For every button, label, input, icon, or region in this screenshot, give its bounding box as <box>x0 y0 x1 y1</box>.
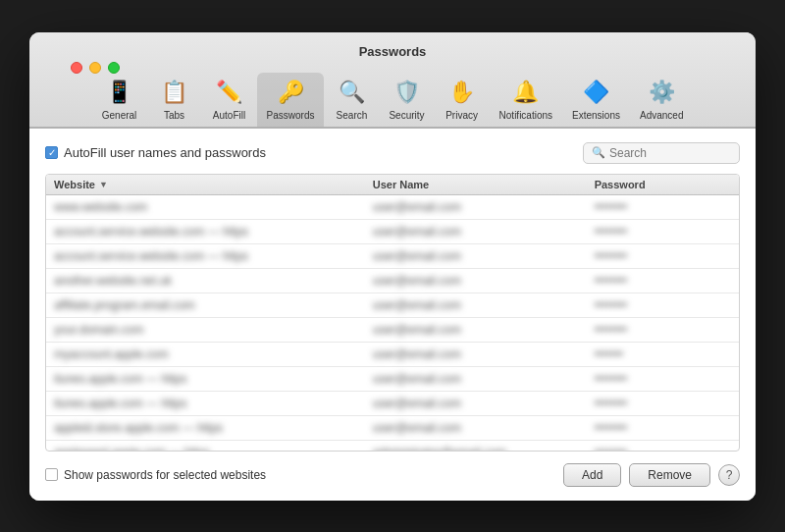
cell-username: user@email.com <box>365 273 587 289</box>
show-passwords-checkbox[interactable] <box>45 468 58 481</box>
tabs-icon: 📋 <box>159 77 190 108</box>
general-label: General <box>102 110 137 121</box>
add-button[interactable]: Add <box>563 463 621 487</box>
col-header-website[interactable]: Website ▼ <box>46 179 365 190</box>
cell-username: administrator@email.com <box>365 445 587 451</box>
table-row[interactable]: itunes.apple.com — https user@email.com … <box>46 367 739 392</box>
notifications-icon: 🔔 <box>510 77 542 108</box>
advanced-label: Advanced <box>640 110 683 121</box>
cell-username: user@email.com <box>365 224 587 239</box>
tabs-label: Tabs <box>164 110 184 121</box>
table-row[interactable]: itunes.apple.com — https user@email.com … <box>46 392 739 416</box>
top-bar: ✓ AutoFill user names and passwords 🔍 <box>45 142 740 164</box>
cell-password: •••••••• <box>587 420 739 436</box>
cell-username: user@email.com <box>365 248 587 264</box>
cell-password: •••••••• <box>587 396 739 411</box>
cell-username: user@email.com <box>365 297 587 313</box>
table-row[interactable]: appleseed.apple.com — https administrato… <box>46 441 739 451</box>
content-area: ✓ AutoFill user names and passwords 🔍 We… <box>29 128 756 501</box>
cell-username: user@email.com <box>365 371 587 387</box>
toolbar-item-privacy[interactable]: ✋ Privacy <box>435 73 490 127</box>
cell-website: account.service.website.com — https <box>46 224 365 239</box>
toolbar-item-general[interactable]: 📱 General <box>92 73 147 127</box>
passwords-label: Passwords <box>267 110 315 121</box>
cell-website: itunes.apple.com — https <box>46 371 365 387</box>
col-header-username[interactable]: User Name <box>365 179 587 190</box>
cell-password: •••••••• <box>587 273 739 289</box>
notifications-label: Notifications <box>499 110 552 121</box>
help-button[interactable]: ? <box>718 464 740 486</box>
advanced-icon: ⚙️ <box>646 77 677 108</box>
table-row[interactable]: appleid.store.apple.com — https user@ema… <box>46 416 739 441</box>
show-passwords-text: Show passwords for selected websites <box>64 468 266 482</box>
cell-website: itunes.apple.com — https <box>46 396 365 411</box>
security-label: Security <box>389 110 424 121</box>
toolbar-item-autofill[interactable]: ✏️ AutoFill <box>202 73 257 127</box>
cell-website: account.service.website.com — https <box>46 248 365 264</box>
title-bar: Passwords 📱 General 📋 Tabs ✏️ AutoFill 🔑… <box>29 32 756 128</box>
cell-password: •••••••• <box>587 297 739 313</box>
privacy-icon: ✋ <box>446 77 478 108</box>
cell-website: another.website.net.uk <box>46 273 365 289</box>
toolbar-item-search[interactable]: 🔍 Search <box>324 73 379 127</box>
cell-password: •••••••• <box>587 224 739 239</box>
cell-website: your.domain.com <box>46 322 365 338</box>
toolbar-item-extensions[interactable]: 🔷 Extensions <box>562 73 630 127</box>
close-button[interactable] <box>71 62 82 74</box>
general-icon: 📱 <box>104 77 135 108</box>
remove-button[interactable]: Remove <box>629 463 710 487</box>
toolbar: 📱 General 📋 Tabs ✏️ AutoFill 🔑 Passwords… <box>29 69 756 127</box>
autofill-checkbox-label[interactable]: ✓ AutoFill user names and passwords <box>45 145 266 160</box>
search-input[interactable] <box>609 146 731 160</box>
extensions-label: Extensions <box>572 110 620 121</box>
bottom-bar: Show passwords for selected websites Add… <box>45 463 740 487</box>
col-header-password[interactable]: Password <box>587 179 739 190</box>
cell-website: myaccount.apple.com <box>46 346 365 362</box>
autofill-icon: ✏️ <box>214 77 245 108</box>
table-row[interactable]: account.service.website.com — https user… <box>46 244 739 269</box>
table-row[interactable]: myaccount.apple.com user@email.com •••••… <box>46 343 739 367</box>
cell-password: •••••••• <box>587 322 739 338</box>
cell-username: user@email.com <box>365 420 587 436</box>
cell-username: user@email.com <box>365 199 587 215</box>
table-row[interactable]: your.domain.com user@email.com •••••••• <box>46 318 739 343</box>
passwords-table: Website ▼ User Name Password www.website… <box>45 174 740 452</box>
main-window: Passwords 📱 General 📋 Tabs ✏️ AutoFill 🔑… <box>29 32 756 501</box>
search-icon: 🔍 <box>592 146 605 159</box>
table-row[interactable]: another.website.net.uk user@email.com ••… <box>46 269 739 293</box>
minimize-button[interactable] <box>89 62 101 74</box>
cell-website: appleid.store.apple.com — https <box>46 420 365 436</box>
cell-website: affiliate.program.email.com <box>46 297 365 313</box>
sort-icon: ▼ <box>99 180 108 189</box>
cell-username: user@email.com <box>365 396 587 411</box>
table-row[interactable]: account.service.website.com — https user… <box>46 220 739 244</box>
maximize-button[interactable] <box>108 62 120 74</box>
window-title: Passwords <box>359 44 427 59</box>
bottom-buttons: Add Remove ? <box>563 463 740 487</box>
table-row[interactable]: www.website.com user@email.com •••••••• <box>46 195 739 220</box>
extensions-icon: 🔷 <box>581 77 612 108</box>
cell-username: user@email.com <box>365 346 587 362</box>
table-body: www.website.com user@email.com •••••••• … <box>46 195 739 451</box>
search-label: Search <box>337 110 368 121</box>
search-icon: 🔍 <box>336 77 367 108</box>
table-header: Website ▼ User Name Password <box>46 175 739 195</box>
autofill-checkbox[interactable]: ✓ <box>45 146 58 159</box>
toolbar-item-advanced[interactable]: ⚙️ Advanced <box>630 73 693 127</box>
show-passwords-label[interactable]: Show passwords for selected websites <box>45 468 266 482</box>
table-row[interactable]: affiliate.program.email.com user@email.c… <box>46 293 739 318</box>
cell-password: •••••••• <box>587 445 739 451</box>
toolbar-item-notifications[interactable]: 🔔 Notifications <box>490 73 562 127</box>
traffic-lights <box>71 62 120 74</box>
passwords-icon: 🔑 <box>275 77 306 108</box>
toolbar-item-passwords[interactable]: 🔑 Passwords <box>257 73 325 127</box>
cell-password: ••••••• <box>587 346 739 362</box>
cell-website: appleseed.apple.com — https <box>46 445 365 451</box>
security-icon: 🛡️ <box>392 77 423 108</box>
search-box[interactable]: 🔍 <box>583 142 740 164</box>
toolbar-item-security[interactable]: 🛡️ Security <box>379 73 434 127</box>
cell-password: •••••••• <box>587 371 739 387</box>
cell-username: user@email.com <box>365 322 587 338</box>
cell-password: •••••••• <box>587 248 739 264</box>
toolbar-item-tabs[interactable]: 📋 Tabs <box>147 73 202 127</box>
